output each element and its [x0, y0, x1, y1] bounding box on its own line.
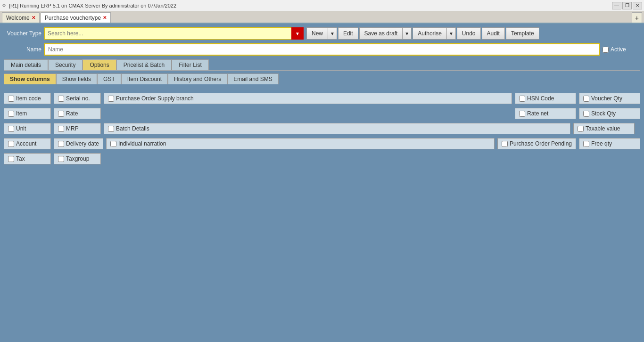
po-pending-checkbox[interactable]	[502, 141, 508, 147]
batch-details-checkbox[interactable]	[108, 126, 114, 132]
taxable-value-checkbox[interactable]	[578, 126, 584, 132]
tab-purchase-vouchertype[interactable]: Purchase vouchertype ✕	[41, 12, 111, 23]
hsn-code-checkbox[interactable]	[519, 96, 525, 102]
account-checkbox[interactable]	[8, 141, 14, 147]
checkbox-mrp[interactable]: MRP	[54, 123, 101, 134]
checkbox-taxable-value[interactable]: Taxable value	[573, 123, 635, 134]
nav-tab-main-details[interactable]: Main details	[4, 59, 48, 70]
delivery-date-label: Delivery date	[66, 140, 99, 147]
active-checkbox-wrapper: Active	[603, 46, 640, 53]
hsn-code-label: HSN Code	[527, 95, 554, 102]
rate-net-label: Rate net	[527, 110, 548, 117]
checkbox-po-supply[interactable]: Purchase Order Supply branch	[104, 93, 512, 104]
mrp-checkbox[interactable]	[58, 126, 64, 132]
template-button[interactable]: Template	[506, 27, 539, 40]
authorise-button-group: Authorise ▼	[413, 27, 456, 40]
new-button[interactable]: New	[306, 27, 328, 40]
checkbox-rate-net[interactable]: Rate net	[515, 108, 576, 119]
account-label: Account	[16, 140, 36, 147]
batch-details-label: Batch Details	[116, 125, 149, 132]
checkbox-tax[interactable]: Tax	[4, 153, 51, 164]
checkbox-delivery-date[interactable]: Delivery date	[54, 138, 103, 149]
tab-welcome[interactable]: Welcome ✕	[2, 12, 40, 23]
checkbox-po-pending[interactable]: Purchase Order Pending	[497, 138, 576, 149]
tax-label: Tax	[16, 155, 25, 162]
po-supply-checkbox[interactable]	[108, 96, 114, 102]
tab-bar: Welcome ✕ Purchase vouchertype ✕ +	[0, 11, 644, 24]
nav-tab-pricelist-batch[interactable]: Pricelist & Batch	[116, 59, 172, 70]
voucher-dropdown-button[interactable]: ▼	[291, 27, 304, 40]
individual-narration-label: Individual narration	[118, 140, 166, 147]
undo-button[interactable]: Undo	[457, 27, 481, 40]
rate-net-checkbox[interactable]	[519, 111, 525, 117]
add-tab-button[interactable]: +	[632, 12, 642, 23]
item-code-label: Item code	[16, 95, 41, 102]
item-checkbox[interactable]	[8, 111, 14, 117]
checkbox-row-1: Item code Serial no. Purchase Order Supp…	[4, 93, 640, 104]
checkbox-serial-no[interactable]: Serial no.	[54, 93, 101, 104]
checkbox-rate[interactable]: Rate	[54, 108, 101, 119]
tab-purchase-vouchertype-close[interactable]: ✕	[103, 15, 107, 20]
nav-tab-security[interactable]: Security	[48, 59, 83, 70]
checkbox-batch-details[interactable]: Batch Details	[104, 123, 570, 134]
edit-button[interactable]: Edit	[338, 27, 358, 40]
app-icon: ⚙	[2, 3, 6, 8]
individual-narration-checkbox[interactable]	[110, 141, 116, 147]
authorise-dropdown-button[interactable]: ▼	[447, 27, 456, 40]
checkbox-individual-narration[interactable]: Individual narration	[106, 138, 495, 149]
checkboxes-area: Item code Serial no. Purchase Order Supp…	[4, 90, 640, 171]
checkbox-unit[interactable]: Unit	[4, 123, 51, 134]
stock-qty-checkbox[interactable]	[583, 111, 589, 117]
checkbox-row-2: Item Rate Rate net Stock Qty	[4, 108, 640, 119]
checkbox-account[interactable]: Account	[4, 138, 51, 149]
checkbox-voucher-qty[interactable]: Voucher Qty	[579, 93, 640, 104]
minimize-button[interactable]: —	[612, 2, 621, 9]
taxgroup-checkbox[interactable]	[58, 156, 64, 162]
unit-checkbox[interactable]	[8, 126, 14, 132]
checkbox-item-code[interactable]: Item code	[4, 93, 51, 104]
checkbox-free-qty[interactable]: Free qty	[579, 138, 640, 149]
title-bar: ⚙ [R1] Running ERP 5.1 on CMAX Server By…	[0, 0, 644, 11]
active-label[interactable]: Active	[611, 46, 626, 53]
serial-no-checkbox[interactable]	[58, 96, 64, 102]
free-qty-checkbox[interactable]	[583, 141, 589, 147]
audit-button[interactable]: Audit	[482, 27, 505, 40]
rate-checkbox[interactable]	[58, 111, 64, 117]
active-checkbox[interactable]	[603, 47, 609, 53]
voucher-type-input[interactable]	[44, 27, 304, 40]
nav-tab-filter-list[interactable]: Filter List	[172, 59, 209, 70]
save-as-draft-dropdown-button[interactable]: ▼	[403, 27, 412, 40]
delivery-date-checkbox[interactable]	[58, 141, 64, 147]
sub-tabs: Show columns Show fields GST Item Discou…	[4, 73, 640, 84]
tab-welcome-close[interactable]: ✕	[32, 15, 35, 20]
checkbox-row-3: Unit MRP Batch Details Taxable value	[4, 123, 640, 134]
sub-tab-email-sms[interactable]: Email and SMS	[227, 73, 279, 84]
tab-welcome-label: Welcome	[6, 15, 30, 21]
title-bar-title: [R1] Running ERP 5.1 on CMAX Server By a…	[9, 3, 176, 8]
authorise-button[interactable]: Authorise	[413, 27, 447, 40]
sub-tab-show-fields[interactable]: Show fields	[56, 73, 97, 84]
stock-qty-label: Stock Qty	[591, 110, 616, 117]
toolbar: New ▼ Edit Save as draft ▼ Authorise ▼ U…	[306, 27, 539, 40]
save-as-draft-button[interactable]: Save as draft	[359, 27, 403, 40]
tax-checkbox[interactable]	[8, 156, 14, 162]
close-button[interactable]: ✕	[633, 2, 642, 9]
item-code-checkbox[interactable]	[8, 96, 14, 102]
sub-tab-item-discount[interactable]: Item Discount	[121, 73, 168, 84]
checkbox-item[interactable]: Item	[4, 108, 51, 119]
voucher-qty-checkbox[interactable]	[583, 96, 589, 102]
sub-tab-history-others[interactable]: History and Others	[168, 73, 227, 84]
voucher-type-row: Voucher Type ▼ New ▼ Edit Save as draft …	[4, 27, 640, 40]
name-label: Name	[4, 46, 41, 53]
name-input[interactable]	[44, 43, 600, 56]
form-area: Voucher Type ▼ New ▼ Edit Save as draft …	[4, 27, 640, 171]
sub-tab-gst[interactable]: GST	[97, 73, 121, 84]
checkbox-stock-qty[interactable]: Stock Qty	[579, 108, 640, 119]
nav-tab-options[interactable]: Options	[83, 59, 116, 70]
window-controls: — ❐ ✕	[612, 2, 642, 9]
sub-tab-show-columns[interactable]: Show columns	[4, 73, 56, 84]
restore-button[interactable]: ❐	[622, 2, 632, 9]
checkbox-taxgroup[interactable]: Taxgroup	[54, 153, 101, 164]
new-dropdown-button[interactable]: ▼	[328, 27, 337, 40]
checkbox-hsn-code[interactable]: HSN Code	[515, 93, 576, 104]
